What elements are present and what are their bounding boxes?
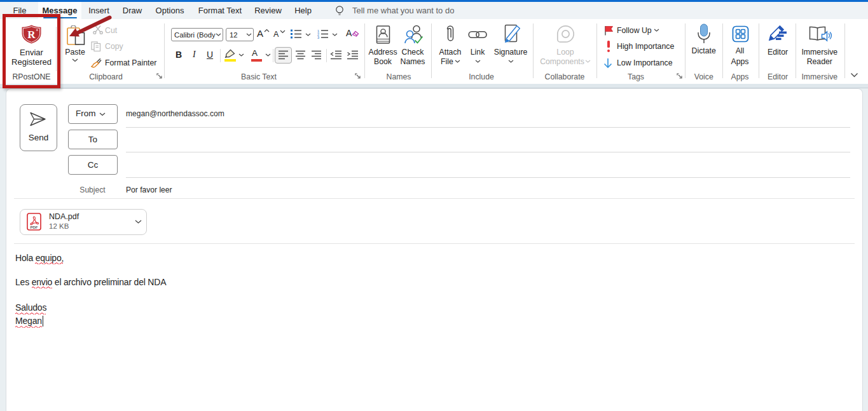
svg-text:PDF: PDF: [31, 226, 38, 229]
svg-text:3: 3: [317, 36, 319, 39]
